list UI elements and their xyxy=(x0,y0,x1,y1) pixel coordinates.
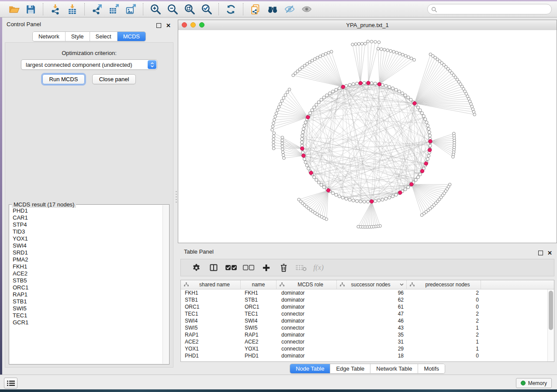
table-row[interactable]: SWI4SWI4dominator462 xyxy=(181,317,554,324)
search-input[interactable] xyxy=(427,4,552,14)
open-file-button[interactable] xyxy=(8,3,20,15)
mcds-result-item[interactable]: PHD1 xyxy=(13,207,163,214)
float-table-panel-button[interactable] xyxy=(538,249,543,257)
table-cell: TEC1 xyxy=(181,311,241,317)
import-network-button[interactable] xyxy=(49,3,61,15)
tab-network-table[interactable]: Network Table xyxy=(370,364,418,373)
table-scrollbar-track[interactable] xyxy=(547,289,554,361)
zoom-out-button[interactable] xyxy=(166,3,178,15)
mcds-result-item[interactable]: ORC1 xyxy=(13,284,163,291)
import-table-button[interactable] xyxy=(66,3,78,15)
export-image-button[interactable] xyxy=(125,3,137,15)
memory-button[interactable]: Memory xyxy=(516,378,552,388)
select-all-rows-button[interactable] xyxy=(224,261,239,274)
mcds-result-item[interactable]: ACE2 xyxy=(13,270,163,277)
search-field-wrap xyxy=(427,4,552,14)
deselect-all-rows-button[interactable] xyxy=(241,261,256,274)
table-row[interactable]: FKH1FKH1dominator962 xyxy=(181,289,554,296)
tab-select[interactable]: Select xyxy=(90,32,118,41)
close-table-panel-button[interactable]: ✕ xyxy=(547,249,552,257)
table-split-view-button[interactable] xyxy=(206,261,221,274)
table-cell: STB1 xyxy=(181,297,241,303)
table-panel-titlebar: Table Panel ✕ xyxy=(178,246,557,257)
column-header-successor-nodes[interactable]: successor nodes xyxy=(337,280,407,289)
mcds-result-item[interactable]: STB5 xyxy=(13,277,163,284)
table-row[interactable]: ACE2ACE2connector311 xyxy=(181,338,554,345)
mcds-result-item[interactable]: SRD1 xyxy=(13,249,163,256)
duplicate-network-button[interactable] xyxy=(249,3,261,15)
tab-mcds[interactable]: MCDS xyxy=(118,32,145,41)
table-scrollbar-thumb[interactable] xyxy=(549,291,553,330)
add-column-button[interactable] xyxy=(259,261,273,274)
table-cell: 0 xyxy=(407,297,481,303)
export-network-button[interactable] xyxy=(91,3,103,15)
float-panel-button[interactable] xyxy=(156,22,161,30)
table-cell: 0 xyxy=(407,304,481,310)
zoom-fit-button[interactable] xyxy=(183,3,195,15)
table-row[interactable]: YOX1YOX1connector291 xyxy=(181,345,554,352)
mcds-result-item[interactable]: STP4 xyxy=(13,221,163,228)
mcds-result-item[interactable]: STB1 xyxy=(13,298,163,305)
table-row[interactable]: RAP1RAP1dominator352 xyxy=(181,331,554,338)
control-panel-title: Control Panel xyxy=(7,21,41,28)
column-header-shared-name[interactable]: shared name xyxy=(181,280,241,289)
table-cell: 61 xyxy=(337,304,407,310)
export-table-button[interactable] xyxy=(108,3,120,15)
mcds-result-item[interactable]: FKH1 xyxy=(13,263,163,270)
mcds-result-item[interactable]: RAP1 xyxy=(13,291,163,298)
network-graph[interactable] xyxy=(178,30,557,243)
network-canvas[interactable] xyxy=(178,30,557,243)
tab-edge-table[interactable]: Edge Table xyxy=(330,364,370,373)
tab-node-table[interactable]: Node Table xyxy=(290,364,331,373)
table-cell: 46 xyxy=(337,318,407,324)
zoom-selected-button[interactable] xyxy=(201,3,212,15)
tab-style[interactable]: Style xyxy=(66,32,90,41)
search-network-button[interactable] xyxy=(266,3,278,15)
mcds-list-scrollbar[interactable] xyxy=(163,205,169,364)
show-graphics-details-button[interactable] xyxy=(301,3,312,15)
table-row[interactable]: PHD1PHD1dominator180 xyxy=(181,352,554,359)
zoom-in-icon xyxy=(150,3,161,15)
eye-icon xyxy=(301,3,312,15)
column-header-mcds-role[interactable]: MCDS role xyxy=(277,280,337,289)
delete-column-button[interactable] xyxy=(276,261,291,274)
refresh-button[interactable] xyxy=(225,3,237,15)
table-cell: STB1 xyxy=(241,297,277,303)
list-icon xyxy=(7,380,15,386)
node-table: shared name name MCDS role successor nod… xyxy=(180,280,554,362)
mcds-result-item[interactable]: SWI4 xyxy=(13,242,163,249)
table-row[interactable]: TEC1TEC1connector472 xyxy=(181,310,554,317)
zoom-in-button[interactable] xyxy=(149,3,161,15)
optimization-criterion-select[interactable]: largest connected component (undirected) xyxy=(21,59,157,70)
mcds-result-item[interactable]: GCR1 xyxy=(13,319,163,326)
table-row[interactable]: SWI5SWI5connector431 xyxy=(181,324,554,331)
close-panel-button[interactable]: ✕ xyxy=(166,21,171,29)
table-settings-button[interactable] xyxy=(189,261,204,274)
tab-motifs[interactable]: Motifs xyxy=(418,364,445,373)
save-session-button[interactable] xyxy=(25,3,37,15)
control-panel: Control Panel ✕ Network Style Select MCD… xyxy=(2,17,176,375)
table-row[interactable]: ORC1ORC1dominator610 xyxy=(181,303,554,310)
table-cell: dominator xyxy=(277,290,337,296)
mcds-result-item[interactable]: YOX1 xyxy=(13,235,163,242)
close-panel-button-mcds[interactable]: Close panel xyxy=(92,74,136,84)
select-stepper-icon xyxy=(148,60,156,69)
table-row[interactable]: STB1STB1dominator620 xyxy=(181,296,554,303)
hide-graphics-details-button[interactable] xyxy=(284,3,295,15)
column-header-name[interactable]: name xyxy=(241,280,277,289)
mcds-result-item[interactable]: SWI5 xyxy=(13,305,163,312)
column-header-predecessor-nodes[interactable]: predecessor nodes xyxy=(407,280,481,289)
table-cell: SWI5 xyxy=(181,325,241,331)
task-history-button[interactable] xyxy=(4,378,17,389)
mcds-result-item[interactable]: PMA2 xyxy=(13,256,163,263)
mcds-result-item[interactable]: TEC1 xyxy=(13,312,163,319)
run-mcds-button[interactable]: Run MCDS xyxy=(42,74,85,84)
table-cell: YOX1 xyxy=(181,346,241,352)
table-cell: 2 xyxy=(407,318,481,324)
mcds-result-item[interactable]: TID3 xyxy=(13,228,163,235)
panel-splitter-handle[interactable] xyxy=(176,191,177,204)
network-window-title: YPA_prune.txt_1 xyxy=(178,22,557,28)
tab-network[interactable]: Network xyxy=(33,32,66,41)
network-window-titlebar[interactable]: YPA_prune.txt_1 xyxy=(178,20,557,31)
mcds-result-item[interactable]: CAR1 xyxy=(13,214,163,221)
